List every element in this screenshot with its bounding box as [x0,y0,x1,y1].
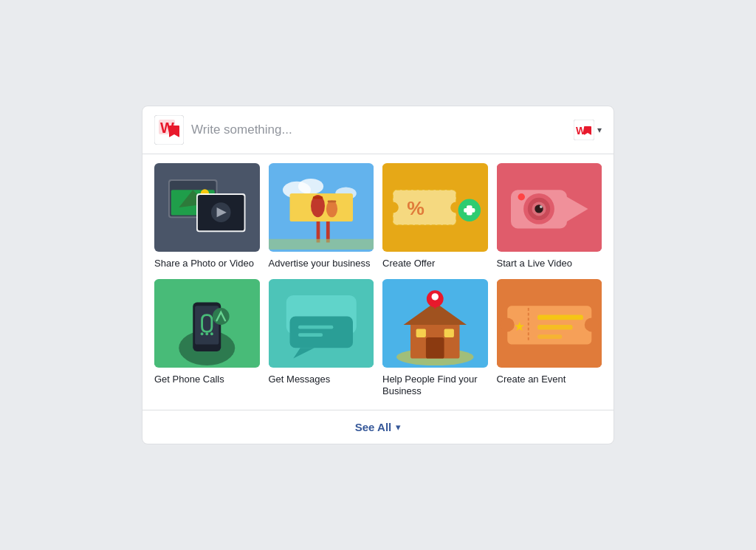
svg-point-75 [584,317,598,331]
svg-rect-28 [327,200,335,202]
svg-rect-23 [326,218,329,242]
svg-point-20 [298,179,323,194]
post-header: W Write something... W ▾ [142,106,614,154]
svg-point-70 [432,293,439,300]
thumbnail-advertise [269,163,374,252]
svg-rect-67 [416,329,426,337]
header-divider [142,154,614,154]
svg-rect-66 [426,337,444,359]
label-photo-video: Share a Photo or Video [154,258,260,270]
svg-text:★: ★ [513,319,524,333]
svg-point-53 [205,332,208,335]
post-card: W Write something... W ▾ [142,106,614,445]
grid-item-phone-calls[interactable]: Get Phone Calls [154,279,260,399]
avatar: W [154,115,184,145]
svg-rect-61 [298,333,322,337]
svg-rect-68 [444,329,454,337]
action-grid: Share a Photo or Video [142,163,614,410]
svg-point-32 [388,202,399,213]
thumbnail-find-business [382,279,488,368]
label-messages: Get Messages [269,374,374,386]
mini-avatar: W [574,120,594,140]
svg-rect-22 [316,218,320,242]
thumbnail-event: ★ [497,279,602,368]
svg-point-74 [500,317,514,331]
svg-point-46 [518,193,525,201]
write-input[interactable]: Write something... [191,123,566,137]
write-placeholder: Write something... [191,123,292,137]
see-all-label: See All [355,421,391,433]
svg-point-44 [539,205,542,208]
thumbnail-live-video [497,163,602,252]
label-live-video: Start a Live Video [497,258,602,270]
svg-rect-79 [537,324,573,329]
svg-rect-31 [393,190,456,225]
grid-item-live-video[interactable]: Start a Live Video [497,163,602,270]
svg-point-54 [210,332,213,335]
header-right: W ▾ [574,120,602,140]
see-all-footer[interactable]: See All ▾ [142,410,614,444]
svg-rect-29 [269,238,374,249]
svg-rect-37 [464,208,475,213]
svg-rect-80 [537,334,562,339]
svg-point-52 [201,332,204,335]
grid-item-photo-video[interactable]: Share a Photo or Video [154,163,260,270]
label-phone-calls: Get Phone Calls [154,374,260,386]
grid-item-event[interactable]: ★ Create an Event [497,279,602,399]
dropdown-chevron-icon[interactable]: ▾ [597,125,602,135]
label-offer: Create Offer [382,258,488,270]
svg-text:%: % [407,196,425,219]
label-event: Create an Event [497,374,602,386]
grid-item-advertise[interactable]: Advertise your business [269,163,374,270]
svg-rect-78 [537,314,583,320]
thumbnail-phone-calls [154,279,260,368]
grid-item-offer[interactable]: % Create Offer [382,163,488,270]
svg-rect-60 [298,325,333,329]
svg-point-27 [326,200,337,217]
label-advertise: Advertise your business [269,258,374,270]
grid-item-find-business[interactable]: Help People Find your Business [382,279,488,399]
svg-rect-58 [289,316,353,348]
thumbnail-offer: % [382,163,488,252]
grid-item-messages[interactable]: Get Messages [269,279,374,399]
label-find-business: Help People Find your Business [382,374,488,399]
thumbnail-messages [269,279,374,368]
thumbnail-photo-video [154,163,260,252]
svg-rect-26 [312,196,322,199]
see-all-chevron-icon: ▾ [396,422,401,433]
